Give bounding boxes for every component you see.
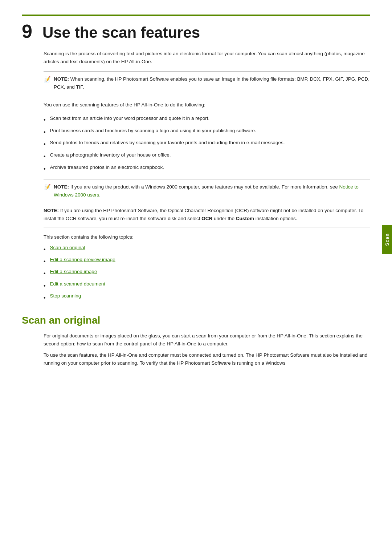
note1-label: NOTE: xyxy=(54,76,69,82)
feature-item-5: Archive treasured photos in an electroni… xyxy=(50,163,164,171)
note3-box: NOTE: If you are using the HP Photosmart… xyxy=(44,207,370,222)
note2-label: NOTE: xyxy=(54,184,69,190)
bullet-icon: • xyxy=(44,281,46,291)
list-item: • Edit a scanned document xyxy=(44,280,370,291)
topic-link-scan-original[interactable]: Scan an original xyxy=(50,244,85,252)
note2-3-block: 📝 NOTE: If you are using the product wit… xyxy=(44,179,370,227)
feature-item-1: Scan text from an article into your word… xyxy=(50,114,210,122)
feature-item-2: Print business cards and brochures by sc… xyxy=(50,127,256,135)
bullet-icon: • xyxy=(44,256,46,266)
note2-box: 📝 NOTE: If you are using the product wit… xyxy=(44,179,370,202)
list-item: • Scan text from an article into your wo… xyxy=(44,114,370,125)
note1-box: 📝 NOTE: When scanning, the HP Photosmart… xyxy=(44,71,370,95)
chapter-heading: 9 Use the scan features xyxy=(22,22,370,41)
list-item: • Send photos to friends and relatives b… xyxy=(44,139,370,149)
bullet-icon: • xyxy=(44,115,46,125)
note3-label: NOTE: xyxy=(44,208,59,213)
note2-text: NOTE: If you are using the product with … xyxy=(54,183,370,199)
bullet-icon: • xyxy=(44,268,46,278)
bullet-icon: • xyxy=(44,244,46,254)
content-area: Scanning is the process of converting te… xyxy=(44,50,370,303)
note3-body: If you are using the HP Photosmart Softw… xyxy=(44,208,363,221)
section1-container: Scan an original For original documents … xyxy=(22,310,370,367)
note1-body: When scanning, the HP Photosmart Softwar… xyxy=(54,76,369,90)
section1-heading: Scan an original xyxy=(22,315,370,326)
note2-icon: 📝 xyxy=(44,183,51,190)
bullet-icon: • xyxy=(44,127,46,137)
bullet-icon: • xyxy=(44,164,46,174)
section1-para2: To use the scan features, the HP All-in-… xyxy=(44,351,370,367)
sidebar-tab: Scan xyxy=(382,225,392,254)
section1-body: For original documents or images placed … xyxy=(44,332,370,367)
chapter-number: 9 xyxy=(22,22,32,41)
bullet-icon: • xyxy=(44,293,46,303)
sidebar-tab-label: Scan xyxy=(384,233,390,246)
feature-item-3: Send photos to friends and relatives by … xyxy=(50,139,285,147)
list-item: • Edit a scanned image xyxy=(44,268,370,278)
custom-bold: Custom xyxy=(236,216,254,221)
note-icon: 📝 xyxy=(44,76,51,82)
chapter-title: Use the scan features xyxy=(42,24,200,41)
note1-text: NOTE: When scanning, the HP Photosmart S… xyxy=(54,75,370,91)
feature-item-4: Create a photographic inventory of your … xyxy=(50,151,171,159)
list-item: • Scan an original xyxy=(44,244,370,254)
list-item: • Create a photographic inventory of you… xyxy=(44,151,370,161)
bullet-icon: • xyxy=(44,152,46,161)
intro-paragraph: Scanning is the process of converting te… xyxy=(44,50,370,65)
topic-link-edit-image[interactable]: Edit a scanned image xyxy=(50,268,97,276)
ocr-bold: OCR xyxy=(201,216,212,221)
topic-link-edit-preview[interactable]: Edit a scanned preview image xyxy=(50,256,115,264)
section-rule xyxy=(22,310,370,310)
note2-period: . xyxy=(99,192,101,198)
features-list: • Scan text from an article into your wo… xyxy=(44,114,370,173)
list-item: • Edit a scanned preview image xyxy=(44,256,370,266)
list-item: • Archive treasured photos in an electro… xyxy=(44,163,370,174)
list-item: • Stop scanning xyxy=(44,292,370,303)
topics-intro: This section contains the following topi… xyxy=(44,233,370,241)
topics-list: • Scan an original • Edit a scanned prev… xyxy=(44,244,370,303)
bullet-icon: • xyxy=(44,139,46,149)
topic-link-edit-document[interactable]: Edit a scanned document xyxy=(50,280,105,288)
top-rule xyxy=(22,15,370,16)
list-item: • Print business cards and brochures by … xyxy=(44,127,370,137)
topic-link-stop-scanning[interactable]: Stop scanning xyxy=(50,292,81,300)
section1-para1: For original documents or images placed … xyxy=(44,332,370,348)
features-intro: You can use the scanning features of the… xyxy=(44,101,370,109)
page-container: 9 Use the scan features Scanning is the … xyxy=(0,15,392,543)
note2-body: If you are using the product with a Wind… xyxy=(70,184,339,190)
